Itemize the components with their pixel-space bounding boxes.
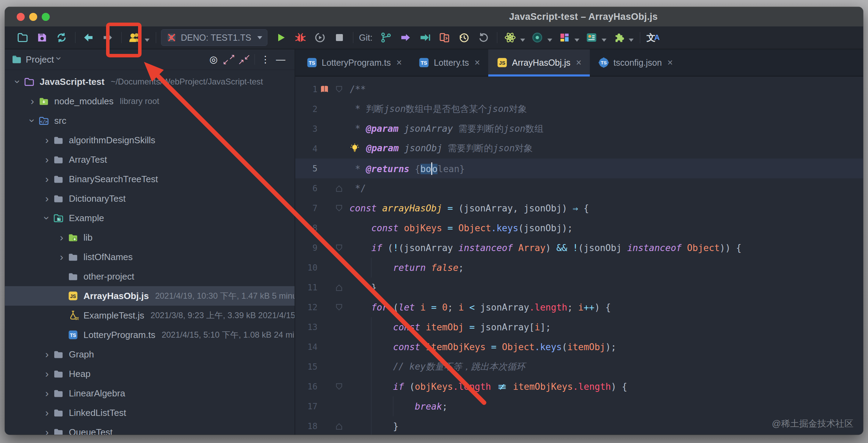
tree-row[interactable]: other-project [5,267,295,286]
tree-row[interactable]: ›Graph [5,345,295,364]
code-line[interactable]: 4 @param jsonObj 需要判断的json对象 [295,139,863,159]
open-folder-icon[interactable] [15,30,31,46]
translate-icon[interactable]: 文A [645,30,661,46]
zoom-button[interactable] [42,13,50,21]
plugin-icon[interactable] [611,30,627,46]
fold-icon[interactable] [331,204,347,212]
tab-close-icon[interactable]: × [576,57,581,68]
tree-row[interactable]: ›algorithmDesignSkills [5,130,295,150]
code-line[interactable]: 12 for (let i = 0; i < jsonArray.length;… [295,297,863,317]
tree-chevron-icon[interactable]: › [42,387,52,399]
tree-chevron-icon[interactable]: › [42,407,52,419]
git-branch-icon[interactable] [378,30,394,46]
run-config-selector[interactable]: DENO: TEST1.TS [161,29,267,46]
editor-tab[interactable]: TStsconfig.json× [590,49,681,76]
tree-chevron-icon[interactable]: › [42,426,52,435]
code-line[interactable]: 9 if (!(jsonArray instanceof Array) && !… [295,238,863,258]
sync-icon[interactable] [54,30,70,46]
code-line[interactable]: 7const arrayHasObj = (jsonArray, jsonObj… [295,198,863,218]
plugin-dropdown-icon[interactable] [629,39,634,42]
tree-row[interactable]: ›LinearAlgebra [5,384,295,403]
stop-icon[interactable] [331,30,347,46]
hide-panel-icon[interactable]: — [273,52,288,67]
tree-row[interactable]: ›listOfNames [5,247,295,267]
atom-icon[interactable] [502,30,518,46]
editor-tab[interactable]: JSArrayHasObj.js× [488,49,590,76]
fold-icon[interactable] [331,422,347,430]
tree-row[interactable]: ›LinkedListTest [5,403,295,422]
locate-icon[interactable]: ◎ [206,52,221,67]
code-line[interactable]: 2 * 判断json数组中是否包含某个json对象 [295,99,863,119]
tree-row[interactable]: JSArrayHasObj.js2021/4/19, 10:30 下午, 1.4… [5,286,295,306]
back-icon[interactable] [80,30,96,46]
bookmark-icon[interactable] [318,84,331,95]
code-line[interactable]: 3 * @param jsonArray 需要判断的json数组 [295,119,863,139]
git-update-icon[interactable] [397,30,413,46]
code-line[interactable]: 10 return false; [295,258,863,277]
code-line[interactable]: 6 */ [295,178,863,198]
code-line[interactable]: 17 break; [295,396,863,416]
tree-chevron-icon[interactable]: › [42,173,52,185]
fold-icon[interactable] [331,382,347,391]
code-line[interactable]: 5 * @returns {boolean} [295,159,863,178]
tab-close-icon[interactable]: × [396,57,402,68]
close-button[interactable] [17,13,25,21]
tree-row[interactable]: ›node_moduleslibrary root [5,91,295,111]
tree-chevron-icon[interactable]: › [56,232,67,243]
tree-row[interactable]: ›Example [5,208,295,228]
docs-icon[interactable] [584,30,600,46]
play-icon[interactable] [273,30,289,46]
theme-dropdown-icon[interactable] [547,39,552,42]
fold-icon[interactable] [331,85,347,94]
tree-chevron-icon[interactable]: › [42,193,52,204]
docs-dropdown-icon[interactable] [602,39,606,42]
git-diff-icon[interactable] [436,30,452,46]
code-line[interactable]: 1/** [295,79,863,99]
fold-icon[interactable] [331,303,347,312]
fold-icon[interactable] [331,184,347,193]
more-icon[interactable]: ⋮ [258,52,273,67]
code-line[interactable]: 11 } [295,277,863,297]
forward-icon[interactable] [100,30,116,46]
theme-icon[interactable] [529,30,545,46]
code-line[interactable]: 8 const objKeys = Object.keys(jsonObj); [295,218,863,238]
tree-chevron-icon[interactable]: › [26,115,38,126]
tab-close-icon[interactable]: × [474,57,480,68]
tree-row[interactable]: JSExampleTest.js2021/3/8, 9:23 上午, 3.39 … [5,306,295,325]
tree-row[interactable]: ›ArrayTest [5,150,295,169]
expand-all-icon[interactable]: ↗↙ [221,52,236,67]
tree-chevron-icon[interactable]: › [42,134,52,146]
git-push-icon[interactable] [417,30,433,46]
tree-row[interactable]: ›QueueTest [5,422,295,435]
minimize-button[interactable] [29,13,37,21]
editor-tab[interactable]: TSLottery.ts× [410,49,488,76]
tree-row[interactable]: ›lib [5,228,295,247]
intention-bulb-icon[interactable] [349,143,360,155]
tree-row[interactable]: ›</>src [5,111,295,130]
code-line[interactable]: 14 const itemObjKeys = Object.keys(itemO… [295,337,863,357]
git-history-icon[interactable] [456,30,472,46]
users-dropdown-icon[interactable] [145,39,150,42]
ui-blocks-icon[interactable] [556,30,572,46]
tree-row[interactable]: ›Heap [5,364,295,384]
tree-row[interactable]: ›BinarySearchTreeTest [5,169,295,189]
code-area[interactable]: 1/**2 * 判断json数组中是否包含某个json对象3 * @param … [295,76,863,435]
tree-chevron-icon[interactable]: › [12,76,24,87]
tree-row[interactable]: ›JavaScript-test~/Documents/WebProject/J… [5,72,295,91]
coverage-icon[interactable] [312,30,328,46]
tree-chevron-icon[interactable]: › [42,368,52,380]
code-line[interactable]: 16 if (objKeys.length ≢ itemObjKeys.leng… [295,377,863,396]
code-line[interactable]: 13 const itemObj = jsonArray[i]; [295,317,863,337]
tree-chevron-icon[interactable]: › [27,95,38,107]
fold-icon[interactable] [331,283,347,292]
tree-row[interactable]: ›DictionaryTest [5,189,295,208]
debug-icon[interactable] [292,30,308,46]
code-line[interactable]: 15 // key数量不等，跳出本次循环 [295,357,863,377]
tree-chevron-icon[interactable]: › [42,348,52,360]
fold-icon[interactable] [331,244,347,252]
atom-dropdown-icon[interactable] [520,39,525,42]
git-rollback-icon[interactable] [475,30,491,46]
users-icon[interactable] [127,30,143,46]
save-icon[interactable] [34,30,50,46]
tree-chevron-icon[interactable]: › [41,213,53,223]
